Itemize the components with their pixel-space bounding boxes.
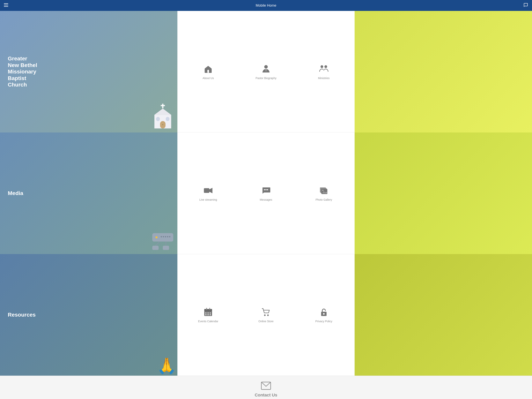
- svg-point-43: [322, 190, 323, 191]
- ministries-item[interactable]: Ministries: [295, 62, 353, 82]
- svg-rect-1: [4, 5, 8, 5]
- media-section-panel: Media: [0, 133, 177, 254]
- svg-rect-52: [208, 314, 209, 315]
- svg-point-54: [264, 315, 266, 316]
- church-section-panel: GreaterNew BethelMissionaryBaptistChurch: [0, 11, 177, 133]
- svg-rect-21: [163, 246, 169, 250]
- svg-point-10: [162, 124, 163, 125]
- svg-point-29: [321, 65, 323, 68]
- privacy-policy-label: Privacy Policy: [315, 320, 332, 323]
- right-panels: About Us Pastor Biography: [177, 11, 355, 376]
- svg-rect-9: [166, 117, 169, 121]
- svg-point-36: [267, 189, 268, 190]
- svg-rect-13: [161, 236, 162, 237]
- header-title: Mobile Home: [256, 4, 276, 8]
- church-menu-section: About Us Pastor Biography: [177, 11, 355, 133]
- svg-point-27: [264, 65, 268, 69]
- contact-footer[interactable]: Contact Us: [0, 376, 532, 399]
- about-us-item[interactable]: About Us: [179, 62, 237, 82]
- svg-rect-20: [152, 246, 158, 250]
- media-section-title: Media: [8, 190, 23, 197]
- ministries-label: Ministries: [318, 76, 329, 80]
- svg-rect-16: [167, 236, 168, 237]
- resources-section-title: Resources: [8, 312, 36, 318]
- church-section-title: GreaterNew BethelMissionaryBaptistChurch: [8, 55, 37, 88]
- svg-rect-32: [204, 188, 209, 193]
- church-building-icon: [149, 103, 177, 130]
- photo-gallery-icon: [318, 185, 329, 196]
- pastor-biography-item[interactable]: Pastor Biography: [237, 62, 295, 82]
- accent-section-bot: [355, 254, 532, 376]
- svg-rect-14: [163, 236, 164, 237]
- messages-label: Messages: [260, 198, 272, 201]
- live-streaming-item[interactable]: Live streaming: [179, 183, 237, 203]
- svg-point-55: [267, 315, 269, 316]
- pastor-biography-label: Pastor Biography: [255, 76, 276, 80]
- svg-point-34: [264, 189, 265, 190]
- accent-section-mid: [355, 133, 532, 254]
- svg-point-30: [324, 65, 327, 68]
- svg-point-12: [155, 236, 158, 238]
- about-us-icon: [203, 64, 214, 74]
- svg-rect-47: [209, 308, 210, 310]
- app-header: Mobile Home: [0, 0, 532, 11]
- svg-rect-4: [161, 105, 165, 106]
- ministries-icon: [318, 64, 329, 74]
- online-store-icon: [260, 307, 272, 318]
- svg-point-58: [323, 313, 325, 315]
- svg-rect-50: [210, 313, 211, 314]
- network-device-icon: [149, 227, 177, 252]
- messages-item[interactable]: Messages: [237, 183, 295, 203]
- live-streaming-icon: [203, 185, 214, 196]
- photo-gallery-item[interactable]: Photo Gallery: [295, 183, 353, 203]
- svg-rect-24: [207, 70, 209, 73]
- svg-marker-5: [154, 109, 171, 115]
- messages-icon: [260, 185, 272, 196]
- privacy-policy-item[interactable]: Privacy Policy: [295, 305, 353, 325]
- left-panels: GreaterNew BethelMissionaryBaptistChurch: [0, 11, 177, 376]
- privacy-policy-icon: [318, 307, 329, 318]
- chat-icon[interactable]: [523, 3, 528, 8]
- hamburger-menu-icon[interactable]: [4, 3, 8, 8]
- svg-rect-46: [206, 308, 207, 310]
- about-us-label: About Us: [203, 76, 214, 80]
- photo-gallery-label: Photo Gallery: [316, 198, 332, 201]
- events-calendar-icon: [203, 307, 214, 318]
- pastor-biography-icon: [260, 64, 272, 74]
- contact-us-label: Contact Us: [255, 393, 277, 398]
- online-store-label: Online Store: [258, 320, 274, 323]
- svg-rect-45: [204, 309, 212, 311]
- svg-rect-51: [205, 314, 206, 315]
- accent-section-top: [355, 11, 532, 133]
- media-menu-section: Live streaming Messages: [177, 133, 355, 254]
- svg-marker-33: [209, 188, 212, 193]
- events-calendar-label: Events Calendar: [198, 320, 218, 323]
- svg-rect-15: [165, 236, 166, 237]
- main-grid: GreaterNew BethelMissionaryBaptistChurch: [0, 11, 532, 376]
- svg-rect-53: [210, 314, 211, 315]
- svg-rect-49: [208, 313, 209, 314]
- svg-rect-0: [4, 3, 8, 4]
- accent-column: [355, 11, 532, 376]
- resources-section-panel: Resources 🙏: [0, 254, 177, 376]
- svg-rect-48: [205, 313, 206, 314]
- contact-envelope-icon: [261, 382, 271, 391]
- svg-rect-17: [169, 236, 170, 237]
- svg-rect-26: [207, 67, 209, 68]
- events-calendar-item[interactable]: Events Calendar: [179, 305, 237, 325]
- svg-rect-8: [156, 117, 160, 121]
- online-store-item[interactable]: Online Store: [237, 305, 295, 325]
- resources-menu-section: Events Calendar Online Store: [177, 254, 355, 376]
- svg-rect-2: [4, 6, 8, 7]
- svg-rect-40: [322, 189, 327, 194]
- svg-point-35: [266, 189, 266, 190]
- live-streaming-label: Live streaming: [199, 198, 217, 201]
- svg-line-18: [155, 242, 160, 246]
- praying-hands-icon: 🙏: [157, 358, 177, 374]
